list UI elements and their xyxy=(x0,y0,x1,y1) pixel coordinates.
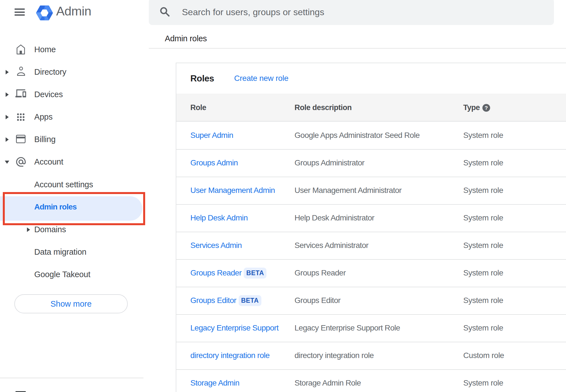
svg-text:?: ? xyxy=(485,105,488,111)
